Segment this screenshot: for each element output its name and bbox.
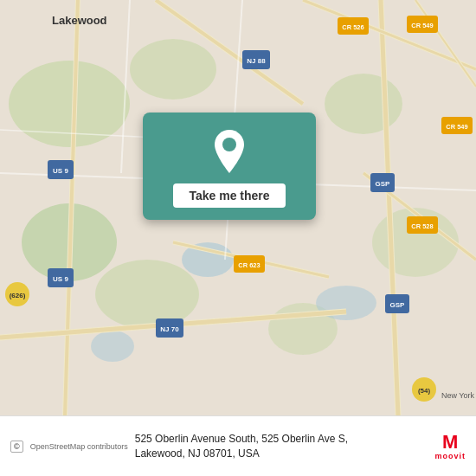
take-me-there-button[interactable]: Take me there [173,183,285,208]
svg-text:GSP: GSP [376,180,391,188]
osm-credit: OpenStreetMap contributors [30,442,128,451]
svg-point-11 [91,331,134,362]
moovit-m-letter: M [442,433,458,452]
svg-text:US 9: US 9 [53,167,68,175]
svg-text:CR 526: CR 526 [342,23,363,31]
osm-logo: © [10,441,23,453]
address-line1: 525 Oberlin Avenue South, 525 Oberlin Av… [135,433,348,445]
svg-text:(626): (626) [10,292,26,299]
moovit-brand-text: moovit [434,452,466,460]
svg-text:CR 623: CR 623 [238,261,260,269]
svg-point-2 [130,39,216,100]
svg-text:US 9: US 9 [53,275,68,283]
moovit-logo: M moovit [434,433,466,460]
svg-text:(54): (54) [418,387,431,395]
svg-text:CR 528: CR 528 [411,222,433,230]
svg-point-5 [95,260,199,329]
map-container: US 9 US 9 NJ 88 NJ 70 GSP GSP CR 526 CR … [0,0,476,415]
svg-text:NJ 70: NJ 70 [160,325,179,333]
action-card: Take me there [143,113,316,220]
svg-text:NJ 88: NJ 88 [247,57,266,65]
svg-point-60 [222,138,236,151]
svg-text:Lakewood: Lakewood [52,14,107,27]
svg-text:CR 549: CR 549 [446,123,467,131]
svg-point-1 [9,61,130,147]
location-marker-icon [210,128,248,175]
svg-text:New York City: New York City [441,391,476,400]
bottom-bar: © OpenStreetMap contributors 525 Oberlin… [0,415,476,476]
address-line2: Lakewood, NJ 08701, USA [135,447,260,460]
svg-text:GSP: GSP [390,301,406,309]
svg-text:CR 549: CR 549 [411,22,433,29]
address-text: 525 Oberlin Avenue South, 525 Oberlin Av… [135,432,428,461]
svg-point-6 [325,74,402,134]
